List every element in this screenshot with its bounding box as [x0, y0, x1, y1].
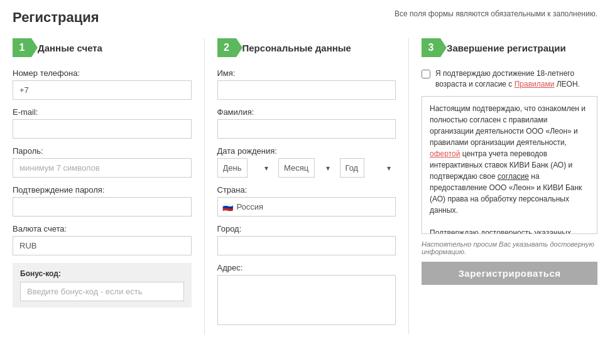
phone-field-group: Номер телефона: [13, 68, 192, 100]
bonus-section: Бонус-код: [13, 263, 192, 308]
password-input[interactable] [13, 158, 192, 178]
step3-badge: 3 [422, 38, 440, 57]
age-confirm-text: Я подтверждаю достижение 18-летнего возр… [435, 68, 597, 90]
firstname-input[interactable] [217, 80, 396, 100]
country-label: Страна: [217, 185, 396, 195]
section-personal: 2 Персональные данные Имя: Фамилия: Дата… [217, 38, 396, 335]
page-title: Регистрация [13, 9, 99, 26]
day-select[interactable]: День [217, 158, 248, 178]
email-field-group: E-mail: [13, 107, 192, 139]
lastname-label: Фамилия: [217, 107, 396, 117]
address-field-group: Адрес: [217, 263, 396, 327]
step1-title: Данные счета [38, 43, 102, 53]
firstname-label: Имя: [217, 68, 396, 78]
terms-box[interactable]: Настоящим подтверждаю, что ознакомлен и … [422, 96, 597, 234]
country-field-group: Страна: 🇷🇺 [217, 185, 396, 217]
year-select[interactable]: Год [340, 158, 364, 178]
dob-field-group: Дата рождения: День Месяц Год [217, 146, 396, 178]
register-button[interactable]: Зарегистрироваться [422, 262, 597, 285]
phone-label: Номер телефона: [13, 68, 192, 78]
password-field-group: Пароль: [13, 146, 192, 178]
confirm-password-label: Подтверждение пароля: [13, 185, 192, 195]
firstname-field-group: Имя: [217, 68, 396, 100]
confirm-password-input[interactable] [13, 197, 192, 217]
divider2 [408, 38, 409, 335]
bonus-input[interactable] [20, 282, 184, 301]
email-label: E-mail: [13, 107, 192, 117]
currency-field-group: Валюта счета: [13, 224, 192, 255]
currency-input[interactable] [13, 236, 192, 255]
bonus-label: Бонус-код: [20, 269, 184, 278]
age-confirm-checkbox[interactable] [422, 70, 430, 78]
confirm-password-field-group: Подтверждение пароля: [13, 185, 192, 217]
email-input[interactable] [13, 119, 192, 139]
month-select[interactable]: Месяц [278, 158, 315, 178]
age-confirm-row: Я подтверждаю достижение 18-летнего возр… [422, 68, 597, 90]
country-input-wrapper: 🇷🇺 [217, 197, 396, 217]
section-account: 1 Данные счета Номер телефона: E-mail: П… [13, 38, 192, 308]
city-input[interactable] [217, 236, 396, 255]
rules-link[interactable]: Правилами [515, 80, 555, 88]
address-label: Адрес: [217, 263, 396, 272]
divider1 [204, 38, 205, 335]
day-select-wrapper: День [217, 158, 274, 178]
step2-badge: 2 [217, 38, 236, 57]
section-completion: 3 Завершение регистрации Я подтверждаю д… [422, 38, 597, 285]
oferta-link[interactable]: офертой [430, 149, 460, 158]
step2-title: Персональные данные [242, 43, 351, 53]
lastname-field-group: Фамилия: [217, 107, 396, 139]
dob-label: Дата рождения: [217, 146, 396, 156]
country-input[interactable] [217, 197, 396, 217]
city-field-group: Город: [217, 224, 396, 255]
step1-badge: 1 [13, 38, 31, 57]
lastname-input[interactable] [217, 119, 396, 139]
required-note: Все поля формы являются обязательными к … [395, 9, 597, 18]
city-label: Город: [217, 224, 396, 233]
phone-input[interactable] [13, 80, 192, 100]
consent-link: согласие [498, 172, 529, 181]
password-label: Пароль: [13, 146, 192, 156]
address-input[interactable] [217, 275, 396, 325]
currency-label: Валюта счета: [13, 224, 192, 233]
step3-title: Завершение регистрации [447, 43, 566, 53]
notice-text: Настоятельно просим Вас указывать достов… [422, 240, 597, 255]
country-flag-icon: 🇷🇺 [222, 202, 233, 212]
year-select-wrapper: Год [340, 158, 396, 178]
month-select-wrapper: Месяц [278, 158, 335, 178]
